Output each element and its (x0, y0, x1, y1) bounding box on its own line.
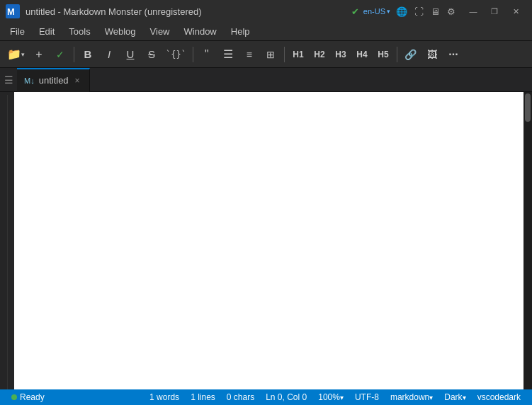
editor-textarea[interactable] (14, 92, 523, 389)
menu-tools[interactable]: Tools (62, 23, 97, 40)
plus-icon: + (35, 48, 42, 61)
markdown-icon: M↓ (24, 76, 35, 85)
line-count[interactable]: 1 lines (185, 389, 221, 405)
lang-dropdown-icon: ▾ (387, 8, 390, 15)
folder-icon: 📁 (7, 47, 21, 61)
word-count[interactable]: 1 words (144, 389, 185, 405)
unordered-list-button[interactable]: ☰ (218, 45, 238, 64)
tab-close-button[interactable]: × (73, 75, 82, 86)
editor-tab[interactable]: M↓ untitled × (17, 68, 90, 92)
minimize-button[interactable]: — (463, 4, 484, 18)
scrollbar-thumb[interactable] (525, 93, 531, 122)
title-bar: M untitled - Markdown Monster (unregiste… (0, 0, 532, 23)
close-button[interactable]: ✕ (505, 4, 526, 18)
globe-icon[interactable]: 🌐 (395, 5, 409, 18)
h3-button[interactable]: H3 (331, 45, 351, 64)
h4-button[interactable]: H4 (352, 45, 372, 64)
menu-edit[interactable]: Edit (32, 23, 62, 40)
toolbar-separator-3 (284, 47, 285, 62)
blockquote-button[interactable]: " (197, 45, 217, 64)
window-controls: — ❐ ✕ (463, 4, 526, 18)
image-button[interactable]: 🖼 (422, 45, 442, 64)
menu-view[interactable]: View (143, 23, 177, 40)
cursor-position[interactable]: Ln 0, Col 0 (260, 389, 312, 405)
vscode-dark-label[interactable]: vscodedark (472, 389, 526, 405)
syntax-mode[interactable]: markdown (385, 389, 438, 405)
toolbar-separator-2 (193, 47, 193, 62)
editor-container (14, 92, 523, 389)
menu-help[interactable]: Help (224, 23, 257, 40)
language-selector[interactable]: en-US ▾ (363, 7, 390, 16)
tab-bar: ☰ M↓ untitled × (0, 68, 532, 92)
code-button[interactable]: `{}` (163, 45, 189, 64)
h1-button[interactable]: H1 (288, 45, 308, 64)
zoom-level[interactable]: 100% (312, 389, 349, 405)
underline-button[interactable]: U (120, 45, 140, 64)
sidebar-panel (0, 92, 14, 389)
h5-button[interactable]: H5 (373, 45, 393, 64)
italic-button[interactable]: I (99, 45, 119, 64)
open-folder-button[interactable]: 📁 ▾ (4, 45, 28, 64)
menu-weblog[interactable]: Weblog (98, 23, 143, 40)
theme-selector[interactable]: Dark (438, 389, 471, 405)
encoding[interactable]: UTF-8 (349, 389, 385, 405)
ready-status[interactable]: Ready (6, 389, 50, 405)
vertical-scrollbar[interactable] (523, 92, 532, 389)
sidebar-border (7, 95, 8, 389)
menu-bar: File Edit Tools Weblog View Window Help (0, 23, 532, 41)
app-logo: M (6, 4, 20, 18)
settings-icon[interactable]: ⚙ (446, 5, 457, 18)
link-button[interactable]: 🔗 (401, 45, 421, 64)
menu-window[interactable]: Window (177, 23, 224, 40)
restore-button[interactable]: ❐ (484, 4, 505, 18)
ready-label: Ready (20, 392, 45, 402)
window-title: untitled - Markdown Monster (unregistere… (26, 6, 351, 17)
save-button[interactable]: ✓ (50, 45, 70, 64)
new-file-button[interactable]: + (29, 45, 49, 64)
char-count[interactable]: 0 chars (221, 389, 260, 405)
monitor-icon[interactable]: 🖥 (429, 5, 441, 18)
table-button[interactable]: ⊞ (261, 45, 281, 64)
ol-icon: ≡ (247, 49, 252, 60)
tab-label: untitled (39, 75, 69, 86)
toolbar-separator-1 (74, 47, 74, 62)
title-controls: ✔ en-US ▾ 🌐 ⛶ 🖥 ⚙ (351, 5, 457, 18)
fullscreen-icon[interactable]: ⛶ (413, 5, 425, 18)
more-button[interactable]: ··· (443, 45, 463, 64)
checkmark-icon: ✓ (56, 49, 64, 60)
toolbar-separator-4 (397, 47, 397, 62)
svg-text:M: M (7, 6, 15, 17)
bold-button[interactable]: B (78, 45, 98, 64)
toolbar: 📁 ▾ + ✓ B I U S `{}` " ☰ ≡ ⊞ H1 H2 H3 H4… (0, 41, 532, 68)
status-bar: Ready 1 words 1 lines 0 chars Ln 0, Col … (0, 389, 532, 405)
strikethrough-button[interactable]: S (142, 45, 162, 64)
menu-file[interactable]: File (3, 23, 32, 40)
check-icon: ✔ (351, 6, 359, 17)
ready-dot (11, 394, 17, 400)
sidebar-toggle-button[interactable]: ☰ (0, 68, 17, 92)
folder-dropdown-icon: ▾ (21, 51, 25, 58)
ordered-list-button[interactable]: ≡ (239, 45, 259, 64)
editor-area (0, 92, 532, 389)
h2-button[interactable]: H2 (310, 45, 329, 64)
